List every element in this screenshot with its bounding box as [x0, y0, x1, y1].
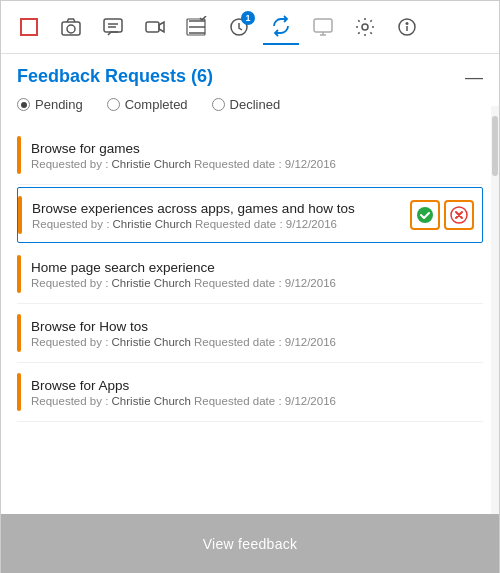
section-header: Feedback Requests (6) — — [17, 66, 483, 87]
section-title: Feedback Requests (6) — [17, 66, 213, 87]
requester-name: Christie Church — [112, 395, 191, 407]
requester-name: Christie Church — [113, 218, 192, 230]
radio-completed[interactable] — [107, 98, 120, 111]
item-content: Browse for How tos Requested by : Christ… — [31, 319, 475, 348]
minimize-icon[interactable]: — — [465, 68, 483, 86]
info-icon[interactable] — [389, 9, 425, 45]
svg-rect-3 — [104, 19, 122, 32]
feedback-item[interactable]: Browse for games Requested by : Christie… — [17, 126, 483, 185]
filter-row: Pending Completed Declined — [17, 97, 483, 112]
feedback-list: Browse for games Requested by : Christie… — [17, 126, 483, 422]
item-title: Browse for games — [31, 141, 475, 156]
requested-by-label: Requested by : — [32, 218, 113, 230]
requested-date: 9/12/2016 — [285, 336, 336, 348]
camera-icon[interactable] — [53, 9, 89, 45]
orange-bar — [17, 255, 21, 293]
orange-bar — [17, 314, 21, 352]
orange-bar — [17, 373, 21, 411]
main-content: Feedback Requests (6) — Pending Complete… — [1, 54, 499, 573]
requested-date-label: Requested date : — [191, 277, 285, 289]
checklist-icon[interactable] — [179, 9, 215, 45]
feedback-item[interactable]: Home page search experience Requested by… — [17, 245, 483, 304]
item-title: Browse for Apps — [31, 378, 475, 393]
svg-rect-6 — [146, 22, 159, 32]
settings-icon[interactable] — [347, 9, 383, 45]
svg-point-2 — [67, 25, 75, 33]
loop-icon[interactable] — [263, 9, 299, 45]
view-feedback-container: View feedback — [1, 514, 499, 573]
video-icon[interactable] — [137, 9, 173, 45]
item-meta: Requested by : Christie Church Requested… — [31, 395, 475, 407]
item-content: Browse for games Requested by : Christie… — [31, 141, 475, 170]
requested-date: 9/12/2016 — [285, 277, 336, 289]
requested-by-label: Requested by : — [31, 336, 112, 348]
svg-rect-9 — [314, 19, 332, 32]
requested-date-label: Requested date : — [191, 336, 285, 348]
filter-declined[interactable]: Declined — [212, 97, 281, 112]
radio-declined[interactable] — [212, 98, 225, 111]
item-meta: Requested by : Christie Church Requested… — [31, 158, 475, 170]
requester-name: Christie Church — [112, 158, 191, 170]
feedback-item[interactable]: Browse for How tos Requested by : Christ… — [17, 304, 483, 363]
orange-bar — [18, 196, 22, 234]
square-icon[interactable] — [11, 9, 47, 45]
requested-date-label: Requested date : — [192, 218, 286, 230]
clock-badge: 1 — [241, 11, 255, 25]
view-feedback-button[interactable]: View feedback — [17, 526, 483, 562]
radio-pending[interactable] — [17, 98, 30, 111]
requested-by-label: Requested by : — [31, 158, 112, 170]
item-meta: Requested by : Christie Church Requested… — [32, 218, 402, 230]
feedback-item[interactable]: Browse for Apps Requested by : Christie … — [17, 363, 483, 422]
svg-rect-0 — [21, 19, 37, 35]
monitor-icon[interactable] — [305, 9, 341, 45]
scrollbar-thumb[interactable] — [492, 116, 498, 176]
item-content: Home page search experience Requested by… — [31, 260, 475, 289]
item-meta: Requested by : Christie Church Requested… — [31, 336, 475, 348]
accept-button[interactable] — [410, 200, 440, 230]
item-title: Home page search experience — [31, 260, 475, 275]
item-content: Browse for Apps Requested by : Christie … — [31, 378, 475, 407]
svg-point-13 — [406, 23, 408, 25]
requested-date: 9/12/2016 — [285, 158, 336, 170]
filter-pending-label: Pending — [35, 97, 83, 112]
scrollbar-track[interactable] — [491, 106, 499, 522]
decline-button[interactable] — [444, 200, 474, 230]
feedback-item[interactable]: Browse experiences across apps, games an… — [17, 187, 483, 243]
toolbar: 1 — [1, 1, 499, 54]
clock-icon[interactable]: 1 — [221, 9, 257, 45]
requested-by-label: Requested by : — [31, 395, 112, 407]
filter-pending[interactable]: Pending — [17, 97, 83, 112]
filter-declined-label: Declined — [230, 97, 281, 112]
item-meta: Requested by : Christie Church Requested… — [31, 277, 475, 289]
filter-completed-label: Completed — [125, 97, 188, 112]
filter-completed[interactable]: Completed — [107, 97, 188, 112]
requester-name: Christie Church — [112, 277, 191, 289]
requested-date: 9/12/2016 — [285, 395, 336, 407]
requested-date-label: Requested date : — [191, 395, 285, 407]
comment-icon[interactable] — [95, 9, 131, 45]
item-content: Browse experiences across apps, games an… — [32, 201, 402, 230]
requested-by-label: Requested by : — [31, 277, 112, 289]
item-title: Browse experiences across apps, games an… — [32, 201, 402, 216]
requested-date: 9/12/2016 — [286, 218, 337, 230]
svg-point-10 — [362, 24, 368, 30]
requested-date-label: Requested date : — [191, 158, 285, 170]
item-title: Browse for How tos — [31, 319, 475, 334]
requester-name: Christie Church — [112, 336, 191, 348]
orange-bar — [17, 136, 21, 174]
svg-point-14 — [417, 207, 433, 223]
action-buttons — [410, 200, 474, 230]
